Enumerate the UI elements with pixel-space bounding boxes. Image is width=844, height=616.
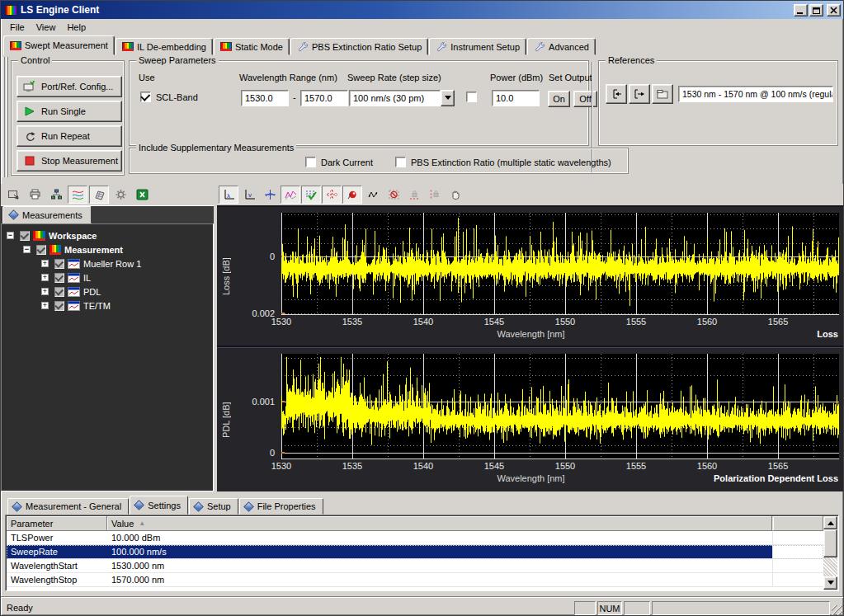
menu-view[interactable]: View xyxy=(31,21,62,34)
tab-settings[interactable]: Settings xyxy=(130,496,188,515)
toolbar-gripper[interactable] xyxy=(2,57,5,177)
tree-checkbox[interactable] xyxy=(54,273,64,283)
tab-advanced[interactable]: Advanced xyxy=(527,38,596,55)
preview-icon[interactable] xyxy=(3,186,23,204)
clear-zoom-icon[interactable] xyxy=(384,186,403,204)
scale-x-axis-icon[interactable]: λ xyxy=(219,186,238,204)
scrollbar-thumb[interactable] xyxy=(823,529,837,557)
expand-icon[interactable]: + xyxy=(41,302,49,309)
pan-curves-icon[interactable] xyxy=(363,186,383,204)
excel-export-icon[interactable] xyxy=(132,186,152,204)
tree-checkbox[interactable] xyxy=(36,245,46,255)
tab-measurement-general[interactable]: Measurement - General xyxy=(7,498,129,515)
expand-icon[interactable]: + xyxy=(41,260,49,267)
reference-selector[interactable]: 1530 nm - 1570 nm @ 100 nm/s (regular) xyxy=(678,86,833,102)
expand-icon[interactable]: + xyxy=(41,274,49,281)
pan-hand-icon[interactable] xyxy=(446,186,465,204)
loss-plot[interactable] xyxy=(281,213,839,315)
reference-recall-button[interactable] xyxy=(606,84,627,104)
tab-instrument-setup[interactable]: Instrument Setup xyxy=(429,38,526,55)
power-label: Power (dBm) xyxy=(490,73,543,82)
toolbar-gripper[interactable] xyxy=(6,57,8,177)
column-header-value[interactable]: Value▲ xyxy=(107,516,772,531)
table-row[interactable]: WavelengthStop 1570.000 nm xyxy=(7,573,823,587)
x-tick-label: 1530 xyxy=(268,317,295,327)
menu-help[interactable]: Help xyxy=(61,21,92,34)
dropdown-arrow-icon[interactable] xyxy=(441,90,455,106)
stop-measurement-button[interactable]: Stop Measurement xyxy=(17,150,122,172)
curves-view-icon[interactable] xyxy=(68,186,87,204)
print-icon[interactable] xyxy=(25,186,45,204)
diamond-icon xyxy=(8,209,19,220)
tree-node-mueller-row-1[interactable]: + Mueller Row 1 xyxy=(2,256,213,270)
wavelength-start-input[interactable] xyxy=(241,90,289,106)
reference-store-button[interactable] xyxy=(629,84,650,104)
title-bar[interactable]: LS Engine Client xyxy=(1,1,843,19)
column-header-extra[interactable] xyxy=(772,516,823,531)
tab-setup[interactable]: Setup xyxy=(189,498,238,515)
maximize-button[interactable] xyxy=(809,4,823,16)
expand-icon[interactable]: + xyxy=(41,288,49,295)
run-repeat-button[interactable]: Run Repeat xyxy=(17,125,122,147)
tab-measurements[interactable]: Measurements xyxy=(2,206,92,223)
resize-grip[interactable] xyxy=(832,605,842,616)
x-tick-label: 1560 xyxy=(694,461,720,471)
power-input[interactable] xyxy=(492,90,540,106)
autoscale-on-update-icon[interactable] xyxy=(301,186,321,204)
tree-checkbox[interactable] xyxy=(20,231,30,241)
y-tick-label: 0 xyxy=(217,448,275,458)
tree-node-workspace[interactable]: − Workspace xyxy=(2,228,213,242)
table-row[interactable]: TLSPower 10.000 dBm xyxy=(7,531,823,545)
menu-file[interactable]: File xyxy=(4,21,31,34)
table-scrollbar[interactable] xyxy=(823,516,837,590)
tab-il-de-embedding[interactable]: IL De-embedding xyxy=(116,38,213,55)
tree-checkbox[interactable] xyxy=(54,287,64,297)
dark-current-checkbox[interactable] xyxy=(305,157,316,167)
tab-file-properties[interactable]: File Properties xyxy=(239,498,323,515)
table-row-selected[interactable]: SweepRate 100.000 nm/s xyxy=(7,545,823,559)
run-single-button[interactable]: Run Single xyxy=(17,101,122,122)
scl-band-checkbox[interactable] xyxy=(140,92,151,102)
sweep-rate-dropdown[interactable]: 100 nm/s (30 pm) xyxy=(349,90,455,106)
scale-y-axis-icon[interactable]: v xyxy=(239,186,259,204)
lock-y-axis-icon[interactable] xyxy=(425,186,445,204)
tree-node-measurement[interactable]: − Measurement xyxy=(2,242,213,256)
tree-node-il[interactable]: + IL xyxy=(2,270,213,284)
autoscale-axes-icon[interactable] xyxy=(260,186,280,204)
collapse-icon[interactable]: − xyxy=(23,246,31,253)
markers-icon[interactable] xyxy=(342,186,362,204)
minimize-button[interactable] xyxy=(794,4,808,16)
tab-static-mode[interactable]: Static Mode xyxy=(214,38,290,55)
wavelength-stop-input[interactable] xyxy=(300,90,348,106)
port-ref-config-button[interactable]: Port/Ref. Config... xyxy=(17,76,122,97)
pdl-plot[interactable] xyxy=(281,354,839,459)
tree-checkbox[interactable] xyxy=(54,259,64,269)
diamond-icon xyxy=(243,501,254,512)
surface-view-icon[interactable] xyxy=(89,186,109,204)
tree-node-pdl[interactable]: + PDL xyxy=(2,284,213,299)
collapse-icon[interactable]: − xyxy=(7,232,14,239)
output-off-button[interactable]: Off xyxy=(573,91,597,107)
settings-gear-icon[interactable] xyxy=(111,186,130,204)
table-row[interactable]: WavelengthStart 1530.000 nm xyxy=(7,559,823,573)
scroll-up-icon[interactable] xyxy=(823,516,837,529)
tree-checkbox[interactable] xyxy=(54,301,64,311)
loss-chart[interactable]: Loss [dB] 00.002 15301535154015451550155… xyxy=(217,207,844,346)
hierarchy-view-icon[interactable] xyxy=(46,186,66,204)
tree-node-te-tm[interactable]: + TE/TM xyxy=(2,299,213,313)
set-output-label: Set Output xyxy=(549,73,592,82)
column-header-parameter[interactable]: Parameter xyxy=(7,516,107,531)
tab-pbs-extinction-ratio-setup[interactable]: PBS Extinction Ratio Setup xyxy=(290,38,428,55)
sweep-option-checkbox[interactable] xyxy=(466,92,477,102)
output-on-button[interactable]: On xyxy=(548,91,570,107)
close-button[interactable] xyxy=(827,4,841,16)
pbs-extinction-checkbox[interactable] xyxy=(395,157,406,167)
lock-x-axis-icon[interactable] xyxy=(404,186,424,204)
scroll-down-icon[interactable] xyxy=(823,576,837,590)
tab-swept-measurement[interactable]: Swept Measurement xyxy=(3,35,115,55)
manual-scale-icon[interactable] xyxy=(322,186,342,204)
charts-container: Loss [dB] 00.002 15301535154015451550155… xyxy=(217,205,844,491)
reference-file-button[interactable] xyxy=(652,84,673,104)
zoom-to-curves-icon[interactable] xyxy=(281,186,300,204)
pdl-chart[interactable]: PDL [dB] 0.0010 153015351540154515501555… xyxy=(217,347,844,491)
